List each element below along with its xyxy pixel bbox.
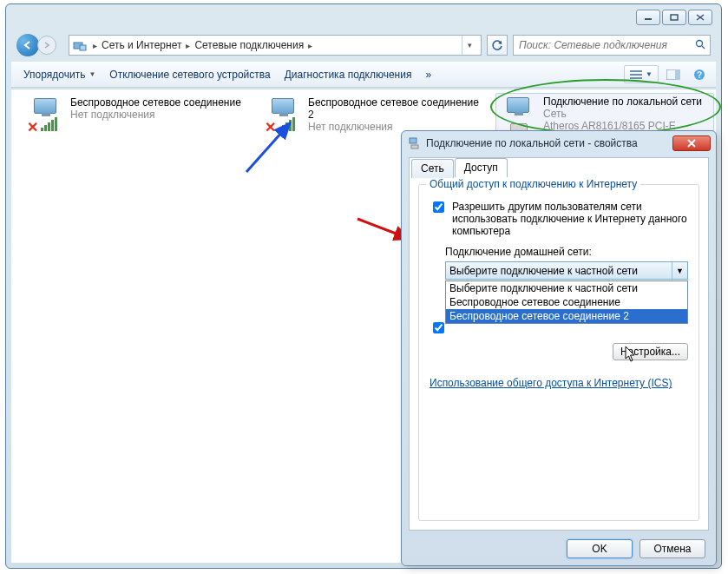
netfolder-icon (73, 39, 87, 51)
chevron-right-icon: ▸ (90, 41, 100, 50)
minimize-button[interactable] (636, 10, 660, 25)
ok-button[interactable]: OK (567, 539, 633, 558)
home-network-label: Подключение домашней сети: (445, 246, 688, 258)
annotation-highlight-oval (490, 79, 721, 135)
allow-sharing-checkbox[interactable] (433, 201, 444, 213)
connection-name: Беспроводное сетевое соединение 2 (308, 96, 485, 121)
nav-buttons (16, 32, 63, 58)
search-input[interactable] (517, 38, 695, 52)
address-bar-row: ▸ Сеть и Интернет ▸ Сетевые подключения … (16, 32, 711, 58)
svg-line-7 (702, 46, 705, 49)
address-dropdown[interactable]: ▾ (462, 36, 477, 55)
window-controls (636, 10, 712, 25)
close-button[interactable] (688, 10, 712, 25)
breadcrumb-seg2[interactable]: Сетевые подключения (193, 39, 305, 51)
back-button[interactable] (16, 34, 39, 56)
network-icon (407, 136, 421, 150)
toolbar-overflow[interactable]: » (418, 66, 438, 83)
cancel-button[interactable]: Отмена (639, 539, 705, 558)
chevron-right-icon: ▸ (305, 41, 315, 50)
svg-rect-18 (410, 138, 416, 143)
search-icon (695, 39, 706, 52)
wifi-disconnected-icon: ✕ (25, 96, 65, 133)
ics-help-link[interactable]: Использование общего доступа к Интернету… (430, 377, 672, 389)
combo-dropdown-list: Выберите подключение к частной сети Бесп… (445, 280, 688, 324)
connection-item-wifi1[interactable]: ✕ Беспроводное сетевое соединение Нет по… (23, 95, 249, 135)
maximize-button[interactable] (662, 10, 686, 25)
svg-rect-5 (80, 45, 86, 50)
chevron-right-icon: ▸ (183, 41, 193, 50)
breadcrumb-seg1[interactable]: Сеть и Интернет (100, 39, 183, 51)
svg-rect-12 (675, 69, 680, 80)
combo-selected: Выберите подключение к частной сети (449, 265, 638, 277)
home-network-combo[interactable]: Выберите подключение к частной сети ▼ Вы… (445, 261, 688, 280)
dialog-buttons: OK Отмена (567, 539, 705, 558)
address-bar[interactable]: ▸ Сеть и Интернет ▸ Сетевые подключения … (69, 35, 482, 56)
forward-button[interactable] (37, 36, 56, 55)
tab-access[interactable]: Доступ (455, 158, 508, 177)
connection-item-wifi2[interactable]: ✕ Беспроводное сетевое соединение 2 Нет … (261, 95, 487, 135)
svg-rect-9 (630, 74, 642, 76)
properties-dialog: Подключение по локальной сети - свойства… (401, 130, 717, 566)
allow-sharing-label: Разрешить другим пользователям сети испо… (452, 201, 688, 237)
dialog-tabs: Сеть Доступ (411, 158, 508, 177)
dialog-body: Сеть Доступ Общий доступ к подключению к… (409, 157, 709, 531)
svg-point-6 (696, 40, 702, 46)
settings-button[interactable]: Настройка... (613, 343, 688, 360)
ics-groupbox: Общий доступ к подключению к Интернету Р… (418, 184, 699, 521)
preview-pane-button[interactable] (662, 65, 685, 84)
svg-rect-1 (671, 15, 678, 20)
combo-option[interactable]: Беспроводное сетевое соединение (446, 295, 687, 309)
dialog-close-button[interactable] (672, 135, 711, 151)
help-button[interactable]: ? (688, 65, 711, 84)
allow-manage-checkbox[interactable] (433, 322, 444, 333)
diagnose-button[interactable]: Диагностика подключения (278, 66, 419, 83)
wifi-disconnected-icon: ✕ (263, 96, 303, 133)
svg-rect-10 (630, 77, 642, 79)
tab-network[interactable]: Сеть (411, 159, 454, 178)
groupbox-legend: Общий доступ к подключению к Интернету (426, 178, 640, 190)
organize-menu[interactable]: Упорядочить▼ (16, 66, 102, 83)
svg-rect-19 (411, 145, 418, 148)
svg-rect-8 (630, 70, 642, 72)
search-box[interactable] (513, 35, 711, 56)
dialog-titlebar[interactable]: Подключение по локальной сети - свойства (402, 131, 716, 155)
combo-option-selected[interactable]: Беспроводное сетевое соединение 2 (446, 309, 687, 323)
connection-name: Беспроводное сетевое соединение (70, 96, 241, 109)
combo-option[interactable]: Выберите подключение к частной сети (446, 281, 687, 295)
dialog-title: Подключение по локальной сети - свойства (426, 137, 638, 149)
disable-device-button[interactable]: Отключение сетевого устройства (102, 66, 277, 83)
connection-status: Нет подключения (70, 109, 241, 121)
svg-text:?: ? (697, 70, 702, 80)
refresh-button[interactable] (487, 35, 508, 56)
chevron-down-icon: ▼ (672, 262, 687, 279)
